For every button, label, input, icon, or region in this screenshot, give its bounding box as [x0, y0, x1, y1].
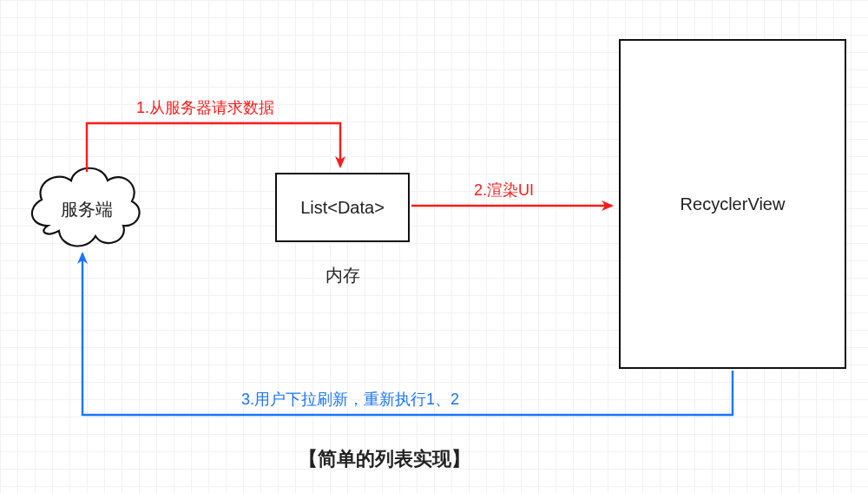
flow-1-arrow — [87, 123, 340, 172]
list-data-node: List<Data> — [275, 173, 410, 242]
flow-1-label: 1.从服务器请求数据 — [136, 97, 274, 118]
memory-label: 内存 — [326, 264, 360, 287]
list-data-label: List<Data> — [300, 198, 385, 218]
flow-3-label: 3.用户下拉刷新，重新执行1、2 — [241, 389, 459, 410]
diagram-canvas: 服务端 List<Data> 内存 RecyclerView 1.从服务器请求数… — [0, 0, 868, 493]
server-node-label: 服务端 — [61, 198, 113, 221]
flow-2-label: 2.渲染UI — [474, 180, 534, 200]
recyclerview-node: RecyclerView — [619, 39, 846, 369]
diagram-title: 【简单的列表实现】 — [299, 446, 470, 472]
recyclerview-label: RecyclerView — [681, 194, 786, 214]
